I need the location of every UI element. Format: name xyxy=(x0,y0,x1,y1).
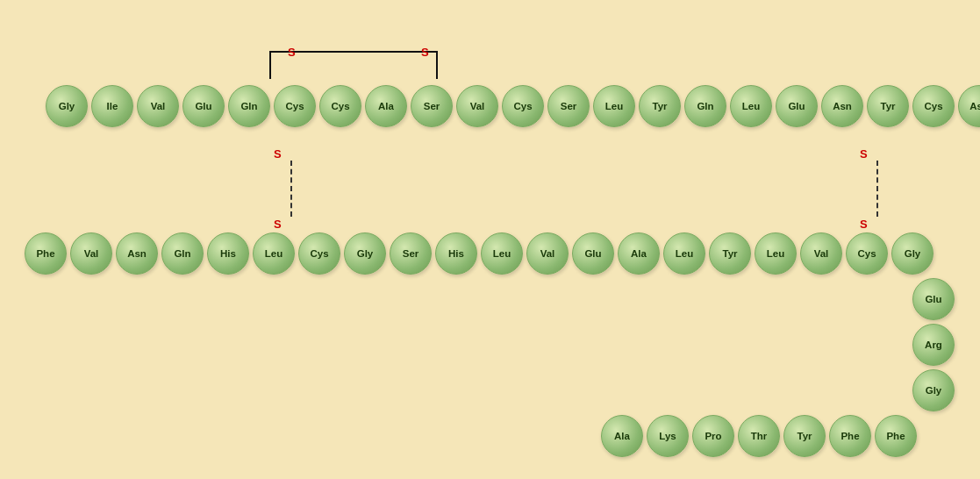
s-label-right-b: S xyxy=(860,218,868,231)
s-label-mid-a: S xyxy=(274,147,282,161)
a-chain-aa-7: Ala xyxy=(365,85,407,127)
s-label-right-a: S xyxy=(860,147,868,161)
b-chain-row3-aa-0: Ala xyxy=(601,415,643,457)
b-chain-row1-aa-18: Cys xyxy=(846,232,888,275)
a-chain-aa-20: Asn xyxy=(958,85,980,127)
a-chain-aa-13: Tyr xyxy=(639,85,681,127)
a-chain-aa-16: Glu xyxy=(776,85,818,127)
b-chain-row3-aa-1: Lys xyxy=(647,415,689,457)
b-chain-row1-aa-16: Leu xyxy=(755,232,797,275)
s-label-top-right: S xyxy=(421,46,429,59)
bridge-line-1 xyxy=(269,51,271,79)
a-chain-aa-11: Ser xyxy=(547,85,590,127)
bridge-line-2 xyxy=(436,51,438,79)
b-chain-row1-aa-4: His xyxy=(207,232,249,275)
b-chain-row1-aa-8: Ser xyxy=(390,232,432,275)
b-chain-row1-aa-0: Phe xyxy=(25,232,67,275)
b-chain-row1-aa-13: Ala xyxy=(618,232,660,275)
b-chain-row1-aa-6: Cys xyxy=(298,232,340,275)
a-chain-aa-15: Leu xyxy=(730,85,772,127)
b-chain-row1-aa-19: Gly xyxy=(891,232,934,275)
b-chain-row1-aa-5: Leu xyxy=(253,232,295,275)
a-chain-aa-9: Val xyxy=(456,85,498,127)
b-chain-row3-aa-5: Phe xyxy=(829,415,871,457)
b-chain-row1-aa-2: Asn xyxy=(116,232,158,275)
b-chain-row2-aa-2: Gly xyxy=(912,369,955,411)
b-chain-row1-aa-9: His xyxy=(435,232,477,275)
b-chain-row1-aa-11: Val xyxy=(526,232,569,275)
b-chain-row1-aa-14: Leu xyxy=(663,232,705,275)
b-chain-row1-aa-12: Glu xyxy=(572,232,614,275)
b-chain-row1-aa-15: Tyr xyxy=(709,232,751,275)
a-chain-aa-6: Cys xyxy=(319,85,361,127)
s-label-top-left: S xyxy=(288,46,296,59)
b-chain-row1-aa-7: Gly xyxy=(344,232,386,275)
b-chain-row1-aa-10: Leu xyxy=(481,232,523,275)
b-chain-row3-aa-3: Thr xyxy=(738,415,780,457)
a-chain-aa-10: Cys xyxy=(502,85,544,127)
b-chain-row3-aa-6: Phe xyxy=(875,415,917,457)
a-chain-aa-17: Asn xyxy=(821,85,863,127)
a-chain-aa-19: Cys xyxy=(912,85,955,127)
a-chain-aa-0: Gly xyxy=(46,85,88,127)
b-chain-row1-aa-17: Val xyxy=(800,232,842,275)
b-chain-row2-aa-0: Glu xyxy=(912,278,955,320)
dashed-bond-right xyxy=(876,161,878,217)
dashed-bond-left xyxy=(290,161,292,217)
b-chain-row1-aa-3: Gln xyxy=(161,232,204,275)
a-chain-aa-5: Cys xyxy=(274,85,316,127)
s-label-mid-b: S xyxy=(274,218,282,231)
b-chain-row3-aa-2: Pro xyxy=(692,415,734,457)
a-chain-aa-14: Gln xyxy=(684,85,726,127)
b-chain-row3-aa-4: Tyr xyxy=(783,415,826,457)
a-chain-aa-18: Tyr xyxy=(867,85,909,127)
a-chain-aa-4: Gln xyxy=(228,85,270,127)
a-chain-aa-1: Ile xyxy=(91,85,133,127)
a-chain-aa-12: Leu xyxy=(593,85,635,127)
a-chain-aa-8: Ser xyxy=(411,85,453,127)
b-chain-row1-aa-1: Val xyxy=(70,232,112,275)
b-chain-row2-aa-1: Arg xyxy=(912,324,955,366)
a-chain-aa-3: Glu xyxy=(182,85,225,127)
a-chain-aa-2: Val xyxy=(137,85,179,127)
